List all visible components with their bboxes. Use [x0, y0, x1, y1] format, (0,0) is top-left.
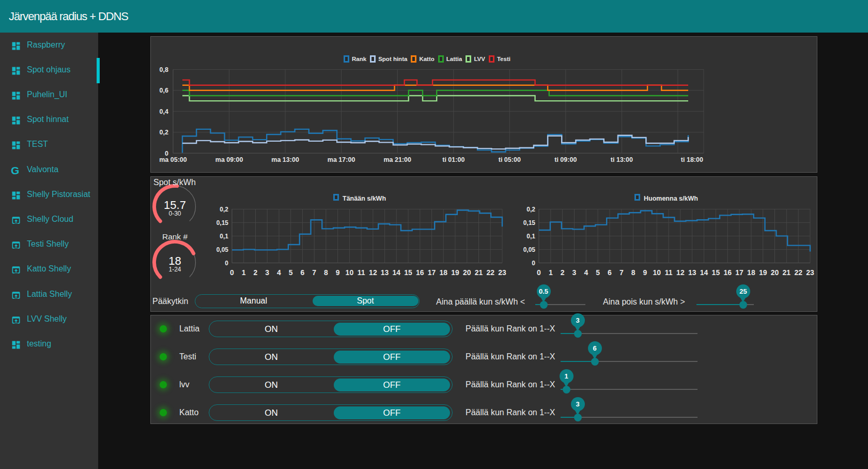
svg-text:1: 1 [242, 268, 246, 277]
svg-text:10: 10 [346, 268, 354, 277]
svg-text:2: 2 [254, 268, 258, 277]
svg-text:ma 21:00: ma 21:00 [383, 156, 411, 163]
svg-text:1-24: 1-24 [168, 266, 181, 273]
svg-text:11: 11 [665, 268, 673, 277]
svg-text:ma 17:00: ma 17:00 [328, 156, 355, 163]
svg-text:16: 16 [416, 268, 424, 277]
svg-text:ti 09:00: ti 09:00 [554, 156, 577, 163]
svg-text:1: 1 [549, 268, 553, 277]
svg-text:0,15: 0,15 [523, 219, 536, 226]
svg-text:10: 10 [653, 268, 661, 277]
svg-text:0: 0 [230, 268, 234, 277]
svg-text:17: 17 [428, 268, 436, 277]
svg-text:23: 23 [498, 268, 506, 277]
svg-text:23: 23 [806, 268, 814, 277]
svg-text:0: 0 [537, 268, 541, 277]
svg-text:20: 20 [771, 268, 779, 277]
svg-text:22: 22 [487, 268, 495, 277]
svg-text:ti 13:00: ti 13:00 [611, 156, 633, 163]
svg-text:6: 6 [608, 268, 612, 277]
svg-text:3: 3 [572, 268, 577, 277]
svg-text:ti 05:00: ti 05:00 [499, 156, 521, 163]
svg-text:0: 0 [225, 260, 228, 267]
svg-text:22: 22 [794, 268, 802, 277]
svg-text:11: 11 [358, 268, 365, 277]
svg-text:5: 5 [596, 268, 600, 277]
svg-text:0,15: 0,15 [216, 219, 229, 226]
svg-text:4: 4 [584, 268, 588, 277]
svg-text:0,05: 0,05 [523, 246, 536, 253]
svg-text:18: 18 [440, 268, 448, 277]
svg-text:Rank #: Rank # [162, 232, 188, 241]
svg-text:18: 18 [747, 268, 755, 277]
svg-text:16: 16 [723, 268, 732, 277]
svg-text:ma 13:00: ma 13:00 [271, 156, 299, 163]
svg-text:13: 13 [381, 268, 389, 277]
svg-text:0,05: 0,05 [216, 246, 229, 253]
svg-text:9: 9 [643, 268, 647, 277]
svg-text:7: 7 [619, 268, 624, 277]
svg-text:12: 12 [676, 268, 685, 277]
svg-text:12: 12 [369, 268, 377, 277]
svg-text:0,2: 0,2 [160, 129, 168, 136]
svg-text:Spot s/kWh: Spot s/kWh [153, 178, 196, 187]
svg-text:0-30: 0-30 [168, 210, 181, 217]
svg-text:14: 14 [393, 268, 401, 277]
svg-text:8: 8 [631, 268, 636, 277]
svg-text:0,2: 0,2 [526, 206, 535, 213]
svg-text:9: 9 [336, 268, 340, 277]
svg-text:0,1: 0,1 [220, 233, 228, 240]
svg-text:0,1: 0,1 [526, 233, 535, 240]
svg-text:0,2: 0,2 [220, 206, 228, 213]
svg-text:3: 3 [265, 268, 269, 277]
svg-text:0: 0 [532, 260, 535, 267]
svg-text:7: 7 [312, 268, 316, 277]
svg-text:13: 13 [688, 268, 696, 277]
svg-text:0,4: 0,4 [160, 108, 168, 115]
svg-text:15: 15 [404, 268, 412, 277]
svg-text:17: 17 [735, 268, 743, 277]
svg-text:15: 15 [712, 268, 720, 277]
svg-text:14: 14 [700, 268, 708, 277]
svg-text:Huomenna s/kWh: Huomenna s/kWh [644, 195, 698, 202]
svg-text:21: 21 [783, 268, 791, 277]
svg-text:0,8: 0,8 [160, 66, 168, 73]
svg-text:18: 18 [168, 254, 181, 267]
svg-text:4: 4 [277, 268, 281, 277]
svg-text:6: 6 [301, 268, 305, 277]
svg-text:5: 5 [289, 268, 293, 277]
svg-text:ti 18:00: ti 18:00 [681, 156, 703, 163]
svg-text:Tänään s/kWh: Tänään s/kWh [343, 195, 386, 202]
svg-text:ma 09:00: ma 09:00 [215, 156, 243, 163]
svg-text:19: 19 [759, 268, 767, 277]
svg-text:2: 2 [561, 268, 565, 277]
svg-text:15.7: 15.7 [164, 199, 186, 211]
svg-text:21: 21 [475, 268, 483, 277]
svg-text:19: 19 [451, 268, 459, 277]
svg-text:8: 8 [324, 268, 328, 277]
svg-text:ma 05:00: ma 05:00 [159, 156, 187, 163]
svg-text:0,6: 0,6 [160, 87, 168, 94]
svg-text:20: 20 [463, 268, 471, 277]
svg-text:ti 01:00: ti 01:00 [442, 156, 464, 163]
